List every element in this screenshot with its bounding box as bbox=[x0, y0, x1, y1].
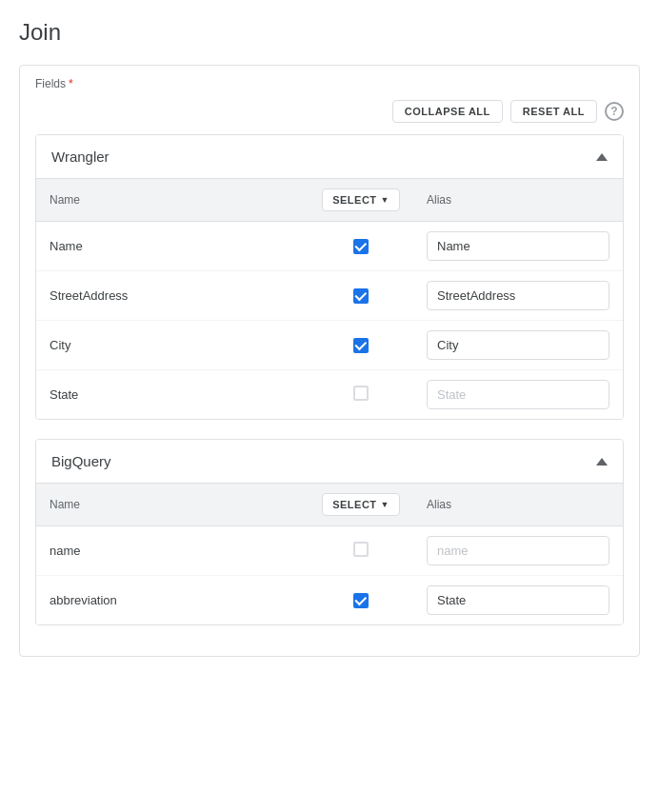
select-button-bigquery[interactable]: SELECT ▼ bbox=[322, 493, 400, 516]
table-row: Name bbox=[36, 222, 623, 271]
col-alias-bigquery: Alias bbox=[413, 484, 623, 526]
alias-cell-wrangler-0 bbox=[413, 222, 623, 271]
field-name-wrangler-1: StreetAddress bbox=[36, 271, 309, 321]
table-row: City bbox=[36, 321, 623, 370]
table-row: abbreviation bbox=[36, 576, 623, 625]
fields-label-text: Fields bbox=[35, 77, 66, 90]
field-name-wrangler-2: City bbox=[36, 321, 309, 370]
table-row: State bbox=[36, 370, 623, 420]
field-name-wrangler-0: Name bbox=[36, 222, 309, 271]
source-title-bigquery: BigQuery bbox=[51, 453, 111, 469]
alias-input-wrangler-0[interactable] bbox=[427, 231, 609, 261]
alias-cell-bigquery-0 bbox=[413, 526, 623, 576]
source-header-wrangler[interactable]: Wrangler bbox=[36, 135, 623, 179]
checkbox-bigquery-1[interactable] bbox=[353, 593, 369, 608]
checkbox-wrangler-1[interactable] bbox=[353, 288, 369, 304]
checkbox-wrangler-0[interactable] bbox=[353, 239, 369, 254]
source-title-wrangler: Wrangler bbox=[51, 149, 110, 165]
checkbox-wrangler-3[interactable] bbox=[353, 386, 369, 401]
collapse-all-button[interactable]: COLLAPSE ALL bbox=[392, 100, 503, 123]
help-icon[interactable]: ? bbox=[605, 102, 624, 121]
field-name-wrangler-3: State bbox=[36, 370, 309, 420]
fields-table-wrangler: Name SELECT ▼ Alias Name StreetAddress bbox=[36, 179, 623, 419]
fields-table-bigquery: Name SELECT ▼ Alias name abbreviation bbox=[36, 484, 623, 624]
select-button-wrangler[interactable]: SELECT ▼ bbox=[322, 188, 400, 211]
table-row: name bbox=[36, 526, 623, 576]
checkbox-cell-wrangler-2 bbox=[309, 321, 413, 370]
checkbox-cell-wrangler-3 bbox=[309, 370, 413, 420]
table-row: StreetAddress bbox=[36, 271, 623, 321]
col-name-wrangler: Name bbox=[36, 179, 309, 222]
checkbox-bigquery-0[interactable] bbox=[353, 542, 369, 557]
alias-cell-wrangler-2 bbox=[413, 321, 623, 370]
alias-cell-bigquery-1 bbox=[413, 576, 623, 625]
fields-section: Fields * COLLAPSE ALL RESET ALL ? Wrangl… bbox=[19, 65, 640, 657]
col-alias-wrangler: Alias bbox=[413, 179, 623, 222]
col-select-bigquery: SELECT ▼ bbox=[309, 484, 413, 526]
collapse-icon-bigquery bbox=[596, 458, 608, 465]
source-card-bigquery: BigQuery Name SELECT ▼ Alias name abbrev… bbox=[35, 439, 624, 625]
required-marker: * bbox=[69, 77, 73, 90]
col-name-bigquery: Name bbox=[36, 484, 309, 526]
toolbar: COLLAPSE ALL RESET ALL ? bbox=[35, 100, 624, 123]
alias-input-bigquery-0[interactable] bbox=[427, 536, 609, 565]
sources-container: Wrangler Name SELECT ▼ Alias Name Street… bbox=[35, 134, 624, 625]
checkbox-cell-bigquery-0 bbox=[309, 526, 413, 576]
fields-label: Fields * bbox=[35, 77, 624, 90]
alias-cell-wrangler-1 bbox=[413, 271, 623, 321]
col-select-wrangler: SELECT ▼ bbox=[309, 179, 413, 222]
collapse-icon-wrangler bbox=[596, 153, 608, 161]
checkbox-wrangler-2[interactable] bbox=[353, 338, 369, 353]
checkbox-cell-bigquery-1 bbox=[309, 576, 413, 625]
alias-input-wrangler-3[interactable] bbox=[427, 380, 609, 409]
alias-cell-wrangler-3 bbox=[413, 370, 623, 420]
field-name-bigquery-1: abbreviation bbox=[36, 576, 309, 625]
page-title: Join bbox=[19, 19, 640, 46]
checkbox-cell-wrangler-1 bbox=[309, 271, 413, 321]
alias-input-bigquery-1[interactable] bbox=[427, 585, 609, 615]
source-header-bigquery[interactable]: BigQuery bbox=[36, 440, 623, 484]
alias-input-wrangler-1[interactable] bbox=[427, 281, 609, 310]
alias-input-wrangler-2[interactable] bbox=[427, 330, 609, 360]
field-name-bigquery-0: name bbox=[36, 526, 309, 576]
source-card-wrangler: Wrangler Name SELECT ▼ Alias Name Street… bbox=[35, 134, 624, 420]
reset-all-button[interactable]: RESET ALL bbox=[510, 100, 597, 123]
checkbox-cell-wrangler-0 bbox=[309, 222, 413, 271]
